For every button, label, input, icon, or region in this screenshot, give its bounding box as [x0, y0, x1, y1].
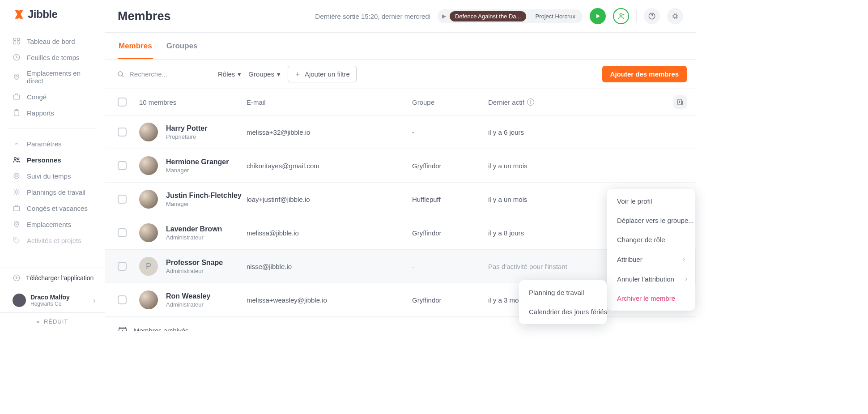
- member-group: Gryffindor: [412, 296, 488, 304]
- member-role: Manager: [166, 201, 242, 207]
- collapse-sidebar-button[interactable]: « RÉDUIT: [0, 312, 105, 331]
- member-avatar: [139, 223, 158, 242]
- info-icon[interactable]: i: [527, 98, 534, 106]
- row-checkbox[interactable]: [118, 295, 127, 304]
- svg-point-12: [16, 175, 18, 177]
- tab-groups[interactable]: Groupes: [166, 33, 199, 59]
- nav-activities-projects[interactable]: Activités et projets: [0, 232, 105, 248]
- sidebar-nav: Tableau de bord Feuilles de temps Emplac…: [0, 30, 105, 268]
- add-filter-button[interactable]: ＋Ajouter un filtre: [288, 66, 357, 82]
- help-button[interactable]: [644, 8, 660, 24]
- roles-filter[interactable]: Rôles▾: [218, 70, 241, 78]
- table-row[interactable]: Harry Potter Propriétaire melissa+32@jib…: [105, 115, 696, 149]
- clipboard-icon: [13, 109, 21, 117]
- play-small-icon: ▶: [442, 13, 446, 19]
- nav-people[interactable]: Personnes: [0, 152, 105, 168]
- archive-icon: [118, 325, 128, 331]
- row-checkbox[interactable]: [118, 262, 127, 271]
- member-name: Ron Weasley: [166, 292, 210, 300]
- nav-leave[interactable]: Congé: [0, 89, 105, 105]
- row-checkbox[interactable]: [118, 128, 127, 137]
- context-menu-main: Voir le profil Déplacer vers le groupe..…: [607, 189, 695, 311]
- archived-members-link[interactable]: Membres archivés: [105, 317, 696, 331]
- export-button[interactable]: [673, 95, 687, 109]
- suitcase-icon: [13, 204, 21, 212]
- nav-work-schedules[interactable]: Plannings de travail: [0, 184, 105, 200]
- member-name: Harry Potter: [166, 124, 207, 132]
- groups-filter[interactable]: Groupes▾: [248, 70, 281, 78]
- tabs: Membres Groupes: [105, 33, 696, 59]
- search-icon: [117, 70, 125, 78]
- filters-bar: Recherche... Rôles▾ Groupes▾ ＋Ajouter un…: [105, 60, 696, 89]
- member-last-active: il y a 6 jours: [488, 128, 669, 136]
- member-name: Lavender Brown: [166, 225, 222, 233]
- nav-time-tracking[interactable]: Suivi du temps: [0, 168, 105, 184]
- jibble-logo-icon: [13, 9, 25, 20]
- project-chip: Project Horcrux: [530, 11, 581, 21]
- ctx-view-profile[interactable]: Voir le profil: [607, 192, 695, 211]
- last-checkout-status: Dernière sortie 15:20, dernier mercredi: [315, 13, 430, 20]
- svg-rect-3: [17, 42, 20, 44]
- member-group: -: [412, 128, 488, 136]
- briefcase-icon: [13, 93, 21, 101]
- pin-icon: [13, 220, 21, 228]
- member-avatar: P: [139, 257, 158, 276]
- member-email: nisse@jibble.io: [247, 263, 412, 270]
- nav-live-locations[interactable]: Emplacements en direct: [0, 65, 105, 89]
- ctx-unassign[interactable]: Annuler l'attribution›: [607, 269, 695, 289]
- ctx-archive-member[interactable]: Archiver le membre: [607, 289, 695, 308]
- apps-button[interactable]: [667, 8, 683, 24]
- topbar: Membres Dernière sortie 15:20, dernier m…: [105, 0, 696, 33]
- tab-members[interactable]: Membres: [118, 33, 153, 59]
- member-group: Gryffindor: [412, 162, 488, 170]
- page-title: Membres: [118, 9, 171, 23]
- jibble-in-button[interactable]: [613, 8, 629, 24]
- member-email: melissa+32@jibble.io: [247, 128, 412, 136]
- search-input[interactable]: Recherche...: [117, 70, 211, 78]
- download-app-button[interactable]: Télécharger l'application: [0, 268, 105, 288]
- schedule-icon: [13, 188, 21, 196]
- nav-reports[interactable]: Rapports: [0, 105, 105, 121]
- collapse-icon: «: [37, 318, 40, 325]
- row-checkbox[interactable]: [118, 161, 127, 170]
- nav-timesheets[interactable]: Feuilles de temps: [0, 49, 105, 65]
- user-org: Hogwarts Co: [30, 301, 89, 307]
- member-group: Hufflepuff: [412, 196, 488, 203]
- nav-locations[interactable]: Emplacements: [0, 216, 105, 232]
- col-count: 10 membres: [139, 98, 247, 106]
- add-members-button[interactable]: Ajouter des membres: [602, 66, 687, 82]
- member-role: Propriétaire: [166, 133, 207, 140]
- ctx-work-schedule[interactable]: Planning de travail: [519, 283, 607, 302]
- svg-rect-2: [13, 42, 16, 44]
- ctx-change-role[interactable]: Changer de rôle: [607, 230, 695, 249]
- chevron-up-icon: [13, 140, 21, 148]
- member-name: Justin Finch-Fletchley: [166, 192, 242, 200]
- start-timer-button[interactable]: [590, 8, 606, 24]
- svg-point-15: [16, 223, 17, 225]
- nav-dashboard[interactable]: Tableau de bord: [0, 33, 105, 49]
- ctx-assign[interactable]: Attribuer›: [607, 249, 695, 269]
- member-name: Professor Snape: [166, 259, 223, 267]
- context-menu-sub: Planning de travail Calendrier des jours…: [519, 280, 607, 324]
- member-group: -: [412, 263, 488, 270]
- table-row[interactable]: Hermione Granger Manager chikoritayes@gm…: [105, 149, 696, 183]
- ctx-holiday-calendar[interactable]: Calendrier des jours fériés: [519, 302, 607, 321]
- col-last-active: Dernier actifi: [488, 98, 669, 106]
- row-checkbox[interactable]: [118, 195, 127, 204]
- svg-point-13: [15, 191, 18, 193]
- table-header: 10 membres E-mail Groupe Dernier actifi: [105, 89, 696, 115]
- member-role: Manager: [166, 167, 229, 174]
- clock-icon: [13, 53, 21, 61]
- current-user-row[interactable]: Draco Malfoy Hogwarts Co ›: [0, 288, 105, 312]
- user-name: Draco Malfoy: [30, 294, 89, 301]
- ctx-move-group[interactable]: Déplacer vers le groupe...: [607, 211, 695, 230]
- nav-leave-holidays[interactable]: Congés et vacances: [0, 200, 105, 216]
- row-checkbox[interactable]: [118, 228, 127, 237]
- chevron-right-icon: ›: [683, 255, 685, 263]
- timer-chip-group[interactable]: ▶ Defence Against the Da... Project Horc…: [438, 9, 583, 23]
- svg-point-5: [16, 76, 17, 77]
- svg-point-21: [118, 72, 123, 76]
- nav-settings[interactable]: Paramètres: [0, 136, 105, 152]
- select-all-checkbox[interactable]: [118, 98, 127, 107]
- caret-down-icon: ▾: [238, 70, 241, 78]
